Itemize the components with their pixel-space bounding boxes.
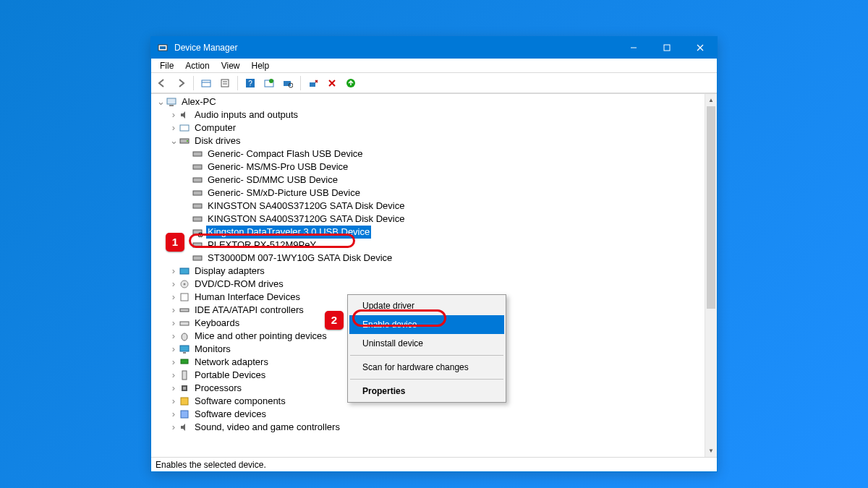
tree-item-label: Kingston DataTraveler 3.0 USB Device bbox=[206, 226, 371, 239]
toolbar: ? bbox=[151, 73, 717, 93]
tree-item-label: Display adapters bbox=[193, 265, 266, 278]
tree-device[interactable]: KINGSTON SA400S37120G SATA Disk Device bbox=[154, 200, 705, 213]
window-controls bbox=[617, 37, 717, 59]
expand-icon[interactable]: › bbox=[169, 121, 179, 134]
tree-item-label: Software components bbox=[193, 395, 287, 408]
toolbar-uninstall-button[interactable] bbox=[305, 75, 321, 91]
toolbar-show-hidden-button[interactable] bbox=[198, 75, 214, 91]
tree-category-audio[interactable]: ›Audio inputs and outputs bbox=[154, 108, 705, 121]
svg-rect-33 bbox=[193, 256, 202, 260]
disk-drive-icon bbox=[192, 187, 203, 199]
ctx-uninstall-device[interactable]: Uninstall device bbox=[349, 334, 504, 353]
statusbar: Enables the selected device. bbox=[151, 457, 717, 471]
svg-text:?: ? bbox=[248, 80, 252, 87]
expand-icon[interactable]: › bbox=[169, 304, 179, 317]
expand-icon[interactable]: › bbox=[169, 382, 179, 395]
software-component-icon bbox=[179, 395, 190, 407]
svg-rect-38 bbox=[180, 309, 189, 312]
tree-category-disk[interactable]: ⌄Disk drives bbox=[154, 134, 705, 147]
expand-icon[interactable]: › bbox=[169, 330, 179, 343]
expand-icon[interactable]: › bbox=[169, 278, 179, 291]
tree-root-label: Alex-PC bbox=[180, 95, 218, 108]
tree-item-label: Keyboards bbox=[193, 317, 241, 330]
computer-icon bbox=[179, 122, 190, 134]
svg-rect-37 bbox=[181, 294, 188, 301]
optical-drive-icon bbox=[179, 278, 190, 290]
ctx-enable-device[interactable]: Enable device bbox=[349, 315, 504, 334]
software-device-icon bbox=[179, 408, 190, 420]
tree-device[interactable]: Generic- SM/xD-Picture USB Device bbox=[154, 187, 705, 200]
scroll-down-button[interactable]: ▼ bbox=[705, 445, 717, 457]
toolbar-properties-button[interactable] bbox=[217, 75, 233, 91]
vertical-scrollbar[interactable]: ▲ ▼ bbox=[705, 94, 717, 457]
tree-category-computer[interactable]: ›Computer bbox=[154, 121, 705, 134]
tree-item-label: Generic- SM/xD-Picture USB Device bbox=[206, 187, 362, 200]
menu-view[interactable]: View bbox=[216, 60, 246, 72]
disk-drive-icon bbox=[192, 213, 203, 225]
toolbar-enable-button[interactable] bbox=[343, 75, 359, 91]
ctx-scan-hardware[interactable]: Scan for hardware changes bbox=[349, 358, 504, 377]
expand-icon[interactable]: › bbox=[169, 265, 179, 278]
tree-device[interactable]: Generic- Compact Flash USB Device bbox=[154, 147, 705, 160]
svg-point-36 bbox=[184, 283, 186, 286]
scrollbar-thumb[interactable] bbox=[707, 106, 715, 309]
maximize-button[interactable] bbox=[650, 37, 684, 59]
expand-icon[interactable]: › bbox=[169, 291, 179, 304]
device-tree[interactable]: ⌄ Alex-PC ›Audio inputs and outputs ›Com… bbox=[151, 94, 705, 457]
disk-drive-icon bbox=[192, 200, 203, 212]
tree-device[interactable]: PLEXTOR PX-512M9PeY bbox=[154, 239, 705, 252]
collapse-icon[interactable]: ⌄ bbox=[156, 95, 166, 108]
tree-device[interactable]: Generic- SD/MMC USB Device bbox=[154, 174, 705, 187]
expand-icon[interactable]: › bbox=[169, 356, 179, 369]
toolbar-update-driver-button[interactable] bbox=[261, 75, 277, 91]
tree-item-label: KINGSTON SA400S37120G SATA Disk Device bbox=[206, 200, 406, 213]
processor-icon bbox=[179, 382, 190, 394]
minimize-button[interactable] bbox=[617, 37, 650, 59]
toolbar-help-button[interactable]: ? bbox=[242, 75, 258, 91]
expand-icon[interactable]: › bbox=[169, 369, 179, 382]
expand-icon[interactable]: › bbox=[169, 421, 179, 434]
app-icon bbox=[157, 42, 169, 53]
expand-icon[interactable]: › bbox=[169, 343, 179, 356]
collapse-icon[interactable]: ⌄ bbox=[169, 134, 179, 147]
toolbar-forward-button[interactable] bbox=[173, 75, 189, 91]
expand-icon[interactable]: › bbox=[169, 317, 179, 330]
toolbar-separator bbox=[193, 76, 194, 90]
tree-item-label: Generic- MS/MS-Pro USB Device bbox=[206, 160, 349, 174]
svg-rect-27 bbox=[193, 191, 202, 195]
expand-icon[interactable]: › bbox=[169, 108, 179, 121]
computer-icon bbox=[166, 96, 177, 108]
toolbar-scan-hardware-button[interactable] bbox=[280, 75, 296, 91]
tree-root[interactable]: ⌄ Alex-PC bbox=[154, 95, 705, 108]
expand-icon[interactable]: › bbox=[169, 408, 179, 421]
tree-device[interactable]: Generic- MS/MS-Pro USB Device bbox=[154, 160, 705, 174]
tree-item-label: Generic- Compact Flash USB Device bbox=[206, 147, 365, 160]
disk-drive-icon bbox=[192, 239, 203, 251]
tree-category-dvd[interactable]: ›DVD/CD-ROM drives bbox=[154, 278, 705, 291]
tree-device-selected[interactable]: Kingston DataTraveler 3.0 USB Device bbox=[154, 226, 705, 239]
tree-category-swdevices[interactable]: ›Software devices bbox=[154, 408, 705, 421]
ide-controller-icon bbox=[179, 304, 190, 316]
ctx-update-driver[interactable]: Update driver bbox=[349, 296, 504, 315]
tree-device[interactable]: KINGSTON SA400S37120G SATA Disk Device bbox=[154, 213, 705, 226]
tree-item-label: Sound, video and game controllers bbox=[193, 421, 341, 434]
menu-action[interactable]: Action bbox=[179, 60, 215, 72]
svg-rect-21 bbox=[180, 125, 189, 131]
toolbar-disable-button[interactable] bbox=[324, 75, 340, 91]
tree-item-label: Software devices bbox=[193, 408, 268, 421]
toolbar-back-button[interactable] bbox=[154, 75, 170, 91]
close-button[interactable] bbox=[684, 37, 717, 59]
tree-item-label: ST3000DM 007-1WY10G SATA Disk Device bbox=[206, 252, 393, 265]
titlebar[interactable]: Device Manager bbox=[151, 37, 717, 59]
scroll-up-button[interactable]: ▲ bbox=[705, 94, 717, 106]
menu-help[interactable]: Help bbox=[246, 60, 276, 72]
tree-device[interactable]: ST3000DM 007-1WY10G SATA Disk Device bbox=[154, 252, 705, 265]
ctx-properties[interactable]: Properties bbox=[349, 382, 504, 401]
expand-icon[interactable]: › bbox=[169, 395, 179, 408]
menu-file[interactable]: File bbox=[154, 60, 179, 72]
scrollbar-track[interactable] bbox=[705, 106, 717, 445]
tree-category-sound[interactable]: ›Sound, video and game controllers bbox=[154, 421, 705, 434]
tree-category-display[interactable]: ›Display adapters bbox=[154, 265, 705, 278]
device-manager-window: Device Manager File Action View Help ? bbox=[150, 36, 718, 472]
svg-rect-8 bbox=[221, 80, 229, 87]
